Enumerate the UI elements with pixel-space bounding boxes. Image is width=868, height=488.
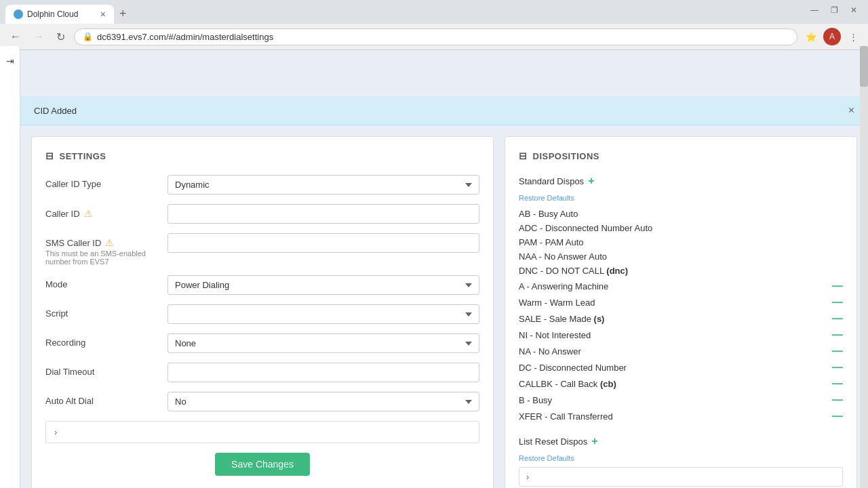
sms-caller-id-label-group: SMS Caller ID ⚠ This must be an SMS-enab… bbox=[45, 233, 161, 266]
dispo-text: A - Answering Machine bbox=[519, 281, 827, 291]
tab-title: Dolphin Cloud bbox=[27, 9, 78, 19]
sms-caller-id-label: SMS Caller ID ⚠ bbox=[45, 233, 161, 248]
dispositions-panel-title: DISPOSITIONS bbox=[533, 151, 599, 161]
mode-select[interactable]: Power Dialing Preview Manual bbox=[167, 275, 479, 295]
list-reset-dispos-add-btn[interactable]: + bbox=[591, 435, 597, 447]
sidebar: ⇥ bbox=[0, 46, 20, 488]
back-button[interactable]: ← bbox=[7, 29, 24, 44]
sms-caller-id-row: SMS Caller ID ⚠ This must be an SMS-enab… bbox=[45, 233, 479, 266]
recording-select[interactable]: None All Calls On Demand bbox=[167, 333, 479, 353]
dispo-remove-btn[interactable]: — bbox=[832, 378, 843, 390]
notification-banner: CID Added × bbox=[20, 96, 868, 125]
settings-panel-header: ⊟ SETTINGS bbox=[45, 150, 479, 161]
list-item: CALLBK - Call Back (cb) — bbox=[519, 375, 843, 392]
standard-dispos-header: Standard Dispos + bbox=[519, 175, 843, 187]
forward-button[interactable]: → bbox=[30, 29, 47, 44]
sms-caller-id-sublabel: This must be an SMS-enabled number from … bbox=[45, 249, 161, 266]
sms-caller-id-warning-icon: ⚠ bbox=[105, 237, 114, 248]
script-row: Script bbox=[45, 304, 479, 324]
dispo-remove-btn[interactable]: — bbox=[832, 280, 843, 292]
tab-close-btn[interactable]: × bbox=[100, 9, 106, 20]
auto-alt-dial-label: Auto Alt Dial bbox=[45, 392, 161, 406]
list-item: NAA - No Answer Auto bbox=[519, 249, 843, 264]
caller-id-type-select[interactable]: Dynamic Static Campaign bbox=[167, 175, 479, 195]
close-button[interactable]: ✕ bbox=[846, 4, 861, 16]
list-item: ADC - Disconnected Number Auto bbox=[519, 221, 843, 235]
caller-id-type-label: Caller ID Type bbox=[45, 175, 161, 189]
dispo-cb-badge: (cb) bbox=[600, 379, 616, 389]
list-item: B - Busy — bbox=[519, 392, 843, 408]
scrollbar[interactable] bbox=[860, 46, 868, 488]
notification-close-btn[interactable]: × bbox=[848, 104, 854, 117]
dispositions-panel-header: ⊟ DISPOSITIONS bbox=[519, 150, 843, 161]
dispo-remove-btn[interactable]: — bbox=[832, 394, 843, 406]
list-reset-expand-icon: › bbox=[526, 472, 529, 482]
settings-save-button[interactable]: Save Changes bbox=[215, 453, 310, 476]
expand-arrow-icon: › bbox=[54, 427, 57, 437]
minimize-button[interactable]: — bbox=[806, 4, 823, 16]
menu-button[interactable]: ⋮ bbox=[845, 28, 861, 45]
browser-tab[interactable]: Dolphin Cloud × bbox=[5, 5, 114, 24]
caller-id-warning-icon: ⚠ bbox=[84, 208, 93, 219]
list-item: Warm - Warm Lead — bbox=[519, 294, 843, 310]
dispo-text: B - Busy bbox=[519, 395, 827, 405]
list-reset-dispos-input[interactable]: › bbox=[519, 467, 843, 487]
dispo-text: PAM - PAM Auto bbox=[519, 237, 843, 247]
standard-dispos-restore[interactable]: Restore Defaults bbox=[519, 194, 574, 202]
maximize-button[interactable]: ❐ bbox=[827, 4, 842, 16]
auto-alt-dial-select[interactable]: No Yes bbox=[167, 392, 479, 411]
settings-panel-title: SETTINGS bbox=[60, 151, 106, 161]
content-area: ⊟ SETTINGS Caller ID Type Dynamic Static… bbox=[20, 125, 868, 488]
dispo-remove-btn[interactable]: — bbox=[832, 329, 843, 341]
recording-row: Recording None All Calls On Demand bbox=[45, 333, 479, 353]
dial-timeout-input[interactable]: 30 bbox=[167, 363, 479, 382]
standard-dispos-title: Standard Dispos bbox=[519, 176, 584, 186]
settings-expand-row[interactable]: › bbox=[45, 421, 479, 443]
list-item: DC - Disconnected Number — bbox=[519, 359, 843, 375]
profile-button[interactable]: A bbox=[823, 28, 841, 45]
dispo-remove-btn[interactable]: — bbox=[832, 345, 843, 357]
dispo-text: CALLBK - Call Back (cb) bbox=[519, 379, 827, 389]
address-bar[interactable]: 🔒 dc6391.evs7.com/#/admin/masterdialsett… bbox=[74, 28, 797, 45]
list-reset-dispos-restore[interactable]: Restore Defaults bbox=[519, 454, 574, 462]
dispo-text: XFER - Call Transferred bbox=[519, 411, 827, 422]
dispo-sale-badge: (s) bbox=[594, 314, 605, 324]
mode-row: Mode Power Dialing Preview Manual bbox=[45, 275, 479, 295]
lock-icon: 🔒 bbox=[83, 32, 93, 41]
dispositions-panel-icon: ⊟ bbox=[519, 150, 528, 161]
dispo-remove-btn[interactable]: — bbox=[832, 361, 843, 373]
scrollbar-thumb[interactable] bbox=[860, 46, 868, 87]
sidebar-login-icon[interactable]: ⇥ bbox=[2, 53, 18, 69]
caller-id-label: Caller ID ⚠ bbox=[45, 204, 161, 219]
tab-favicon bbox=[14, 9, 23, 19]
browser-action-buttons: ⭐ A ⋮ bbox=[803, 28, 861, 45]
dispo-text: NA - No Answer bbox=[519, 346, 827, 357]
dispo-remove-btn[interactable]: — bbox=[832, 410, 843, 422]
dispo-text: AB - Busy Auto bbox=[519, 209, 843, 219]
dispo-text: NI - Not Interested bbox=[519, 330, 827, 340]
caller-id-row: Caller ID ⚠ 2146658815 bbox=[45, 204, 479, 224]
dispo-remove-btn[interactable]: — bbox=[832, 296, 843, 308]
list-reset-dispos-section: List Reset Dispos + Restore Defaults › bbox=[519, 435, 843, 487]
list-item: NI - Not Interested — bbox=[519, 327, 843, 343]
settings-panel: ⊟ SETTINGS Caller ID Type Dynamic Static… bbox=[31, 136, 494, 488]
extensions-button[interactable]: ⭐ bbox=[803, 28, 819, 45]
sms-caller-id-input[interactable] bbox=[167, 233, 479, 253]
refresh-button[interactable]: ↻ bbox=[53, 29, 68, 45]
dispo-text: Warm - Warm Lead bbox=[519, 298, 827, 308]
caller-id-type-row: Caller ID Type Dynamic Static Campaign bbox=[45, 175, 479, 195]
dispo-remove-btn[interactable]: — bbox=[832, 312, 843, 325]
standard-dispos-add-btn[interactable]: + bbox=[588, 175, 594, 187]
dispo-text: NAA - No Answer Auto bbox=[519, 251, 843, 262]
new-tab-button[interactable]: + bbox=[117, 4, 130, 24]
list-item: DNC - DO NOT CALL (dnc) bbox=[519, 264, 843, 278]
caller-id-input[interactable]: 2146658815 bbox=[167, 204, 479, 224]
script-select[interactable] bbox=[167, 304, 479, 324]
list-item: XFER - Call Transferred — bbox=[519, 408, 843, 424]
list-item: NA - No Answer — bbox=[519, 343, 843, 359]
dispo-dnc-badge: (dnc) bbox=[606, 266, 628, 276]
mode-label: Mode bbox=[45, 275, 161, 289]
url-text: dc6391.evs7.com/#/admin/masterdialsettin… bbox=[97, 32, 273, 42]
list-item: PAM - PAM Auto bbox=[519, 235, 843, 249]
dial-timeout-label: Dial Timeout bbox=[45, 363, 161, 377]
